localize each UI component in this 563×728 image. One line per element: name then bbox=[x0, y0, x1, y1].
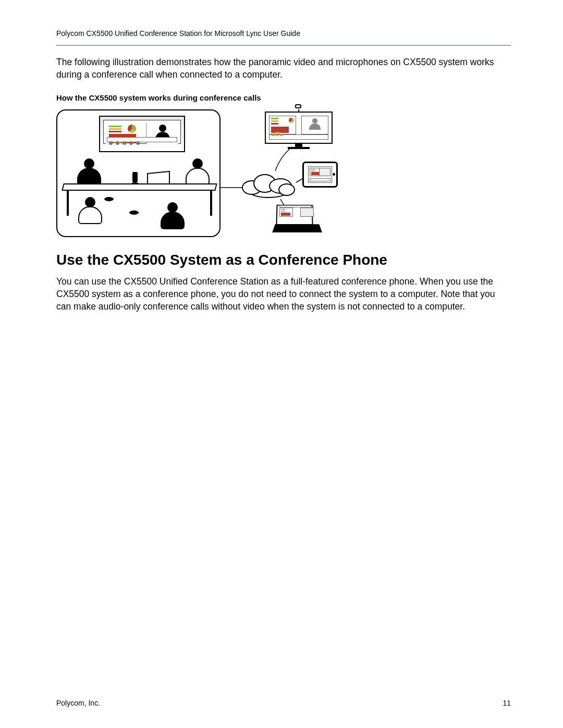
running-header: Polycom CX5500 Unified Conference Statio… bbox=[56, 29, 511, 38]
participant-icon bbox=[186, 158, 210, 186]
header-rule bbox=[56, 45, 511, 46]
intro-paragraph: The following illustration demonstrates … bbox=[56, 56, 511, 81]
figure-caption: How the CX5500 system works during confe… bbox=[56, 93, 511, 102]
remote-monitor-icon bbox=[265, 109, 333, 148]
footer-company: Polycom, Inc. bbox=[56, 699, 100, 707]
remote-laptop-icon bbox=[272, 204, 322, 236]
remote-tablet-icon bbox=[302, 162, 338, 188]
participant-icon bbox=[78, 197, 102, 224]
page-footer: Polycom, Inc. 11 bbox=[56, 699, 511, 707]
wall-display-icon bbox=[99, 116, 185, 152]
page: Polycom CX5500 Unified Conference Statio… bbox=[0, 0, 563, 728]
network-cloud-icon bbox=[242, 171, 299, 200]
figure-diagram bbox=[56, 109, 338, 237]
participant-icon bbox=[161, 202, 185, 229]
participant-icon bbox=[77, 158, 101, 186]
footer-page-number: 11 bbox=[503, 699, 511, 707]
conference-room-illustration bbox=[56, 109, 221, 237]
webcam-icon bbox=[295, 104, 301, 108]
section-body: You can use the CX5500 Unified Conferenc… bbox=[56, 276, 511, 313]
section-heading: Use the CX5500 System as a Conference Ph… bbox=[56, 252, 511, 268]
